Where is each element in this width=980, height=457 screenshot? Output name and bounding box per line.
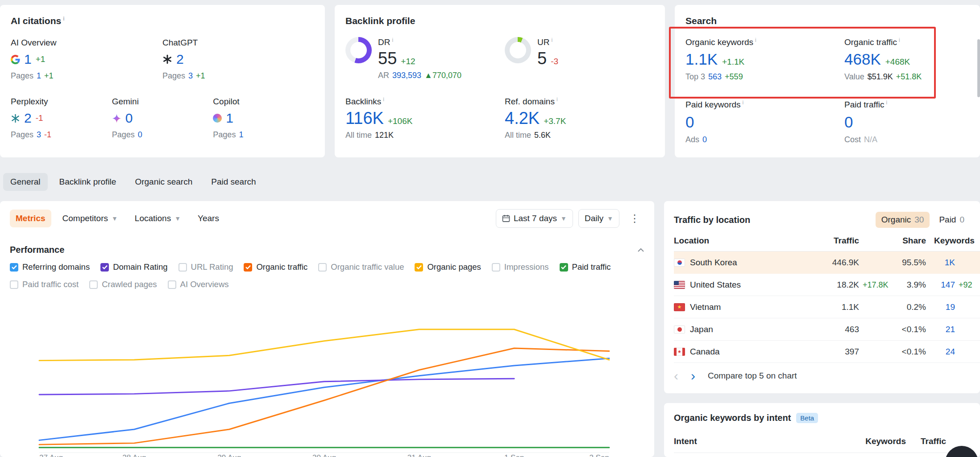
top3-link[interactable]: 563 bbox=[708, 72, 722, 82]
backlinks-value[interactable]: 116K bbox=[345, 109, 384, 128]
metric-checkbox-organic-pages[interactable]: Organic pages bbox=[415, 262, 481, 272]
keywords-link[interactable]: 24 bbox=[946, 347, 955, 356]
unchecked-checkbox-icon bbox=[89, 280, 98, 289]
next-page-button[interactable]: › bbox=[691, 371, 695, 380]
metric-checkbox-impressions[interactable]: Impressions bbox=[492, 262, 549, 272]
copilot-count[interactable]: 1 bbox=[226, 111, 233, 126]
metric-checkbox-domain-rating[interactable]: Domain Rating bbox=[100, 262, 167, 272]
metric-checkbox-organic-traffic-value[interactable]: Organic traffic value bbox=[318, 262, 404, 272]
pages-link[interactable]: 0 bbox=[138, 130, 142, 140]
x-axis-label: 30 Aug bbox=[312, 453, 336, 457]
paid-keywords-value[interactable]: 0 bbox=[685, 113, 694, 131]
date-range-dropdown[interactable]: Last 7 days▼ bbox=[496, 209, 573, 228]
info-icon: i bbox=[551, 37, 552, 43]
organic-keywords-block: Organic keywordsi 1.1K+1.1K Top 3563+559 bbox=[685, 37, 844, 82]
metric-label: URL Rating bbox=[191, 262, 233, 272]
scrollbar-thumb[interactable] bbox=[977, 39, 980, 97]
paid-toggle[interactable]: Paid0 bbox=[933, 212, 970, 228]
keywords-link[interactable]: 1K bbox=[945, 258, 955, 267]
traffic-cell: 1.1K bbox=[792, 302, 859, 312]
location-row[interactable]: United States 18.2K+17.8K 3.9% 147+92 bbox=[674, 274, 980, 296]
ur-value: 5 bbox=[537, 49, 547, 68]
chevron-down-icon: ▼ bbox=[174, 215, 181, 222]
traffic-cell: 463 bbox=[792, 325, 859, 334]
chevron-down-icon: ▼ bbox=[561, 215, 567, 222]
metrics-button[interactable]: Metrics bbox=[10, 210, 51, 227]
intent-table-header: Intent Keywords Traffic bbox=[674, 436, 970, 453]
unchecked-checkbox-icon bbox=[10, 280, 18, 289]
location-row[interactable]: Japan 463 <0.1% 21 bbox=[674, 318, 980, 341]
organic-toggle[interactable]: Organic30 bbox=[876, 212, 930, 228]
pages-link[interactable]: 1 bbox=[239, 130, 243, 140]
metric-checkbox-url-rating[interactable]: URL Rating bbox=[179, 262, 233, 272]
organic-traffic-value[interactable]: 468K bbox=[844, 50, 881, 68]
paid-traffic-value[interactable]: 0 bbox=[844, 113, 853, 131]
share-cell: 95.5% bbox=[859, 258, 926, 268]
tab-general[interactable]: General bbox=[3, 173, 48, 191]
metric-checkbox-paid-traffic-cost[interactable]: Paid traffic cost bbox=[10, 280, 79, 289]
ads-link[interactable]: 0 bbox=[702, 135, 707, 144]
info-icon: i bbox=[556, 96, 558, 103]
more-options-button[interactable]: ⋮ bbox=[625, 210, 644, 226]
ref-domains-value[interactable]: 4.2K bbox=[505, 109, 540, 128]
keywords-link[interactable]: 147 bbox=[941, 280, 955, 289]
location-row[interactable]: Canada 397 <0.1% 24 bbox=[674, 341, 980, 363]
granularity-dropdown[interactable]: Daily▼ bbox=[578, 209, 619, 228]
ai-overview-count[interactable]: 1 bbox=[24, 52, 32, 67]
metric-label: AI Overviews bbox=[180, 280, 229, 289]
ai-citation-chatgpt: ChatGPT 2 Pages3+1 bbox=[162, 38, 314, 81]
dr-value: 55 bbox=[378, 49, 397, 68]
info-icon: i bbox=[63, 16, 64, 22]
perplexity-icon bbox=[11, 114, 20, 123]
tab-organic-search[interactable]: Organic search bbox=[128, 173, 199, 191]
checked-checkbox-icon bbox=[10, 263, 18, 272]
organic-keywords-value[interactable]: 1.1K bbox=[685, 50, 718, 68]
perplexity-count[interactable]: 2 bbox=[24, 111, 32, 126]
compare-top5-link[interactable]: Compare top 5 on chart bbox=[708, 371, 797, 381]
locations-dropdown[interactable]: Locations▼ bbox=[129, 210, 187, 227]
tab-backlink-profile[interactable]: Backlink profile bbox=[52, 173, 124, 191]
backlink-profile-title: Backlink profile bbox=[345, 16, 654, 26]
location-name: United States bbox=[690, 280, 741, 290]
x-axis-label: 28 Aug bbox=[122, 453, 146, 457]
metric-checkbox-ai-overviews[interactable]: AI Overviews bbox=[168, 280, 229, 289]
pages-link[interactable]: 3 bbox=[188, 71, 193, 81]
keywords-cell: 21 bbox=[926, 325, 955, 334]
paid-traffic-block: Paid traffici 0 CostN/A bbox=[844, 99, 969, 144]
search-title: Search bbox=[685, 16, 969, 26]
pages-link[interactable]: 3 bbox=[37, 130, 41, 140]
chart-line-referring-domains bbox=[39, 358, 609, 441]
collapse-section-button[interactable] bbox=[637, 248, 644, 252]
search-card: Search Organic keywordsi 1.1K+1.1K Top 3… bbox=[675, 5, 980, 157]
share-cell: <0.1% bbox=[859, 325, 926, 334]
gemini-count[interactable]: 0 bbox=[125, 111, 133, 126]
metric-checkbox-crawled-pages[interactable]: Crawled pages bbox=[89, 280, 157, 289]
keywords-cell: 19 bbox=[926, 302, 955, 312]
years-button[interactable]: Years bbox=[192, 210, 225, 227]
metric-label: Organic traffic bbox=[256, 262, 307, 272]
competitors-dropdown[interactable]: Competitors▼ bbox=[57, 210, 124, 227]
metric-checkbox-organic-traffic[interactable]: Organic traffic bbox=[244, 262, 307, 272]
google-icon bbox=[11, 55, 20, 64]
metric-checkbox-paid-traffic[interactable]: Paid traffic bbox=[560, 262, 611, 272]
traffic-by-location-card: Traffic by location Organic30 Paid0 Loca… bbox=[664, 201, 980, 393]
tab-paid-search[interactable]: Paid search bbox=[204, 173, 263, 191]
pages-link[interactable]: 1 bbox=[37, 71, 41, 81]
location-row[interactable]: South Korea 446.9K 95.5% 1K bbox=[674, 251, 980, 274]
metric-label: Organic traffic value bbox=[331, 262, 404, 272]
country-flag-icon bbox=[674, 348, 685, 356]
prev-page-button[interactable]: ‹ bbox=[674, 371, 678, 380]
location-name: Japan bbox=[690, 325, 713, 334]
locations-table-header: Location Traffic Share Keywords bbox=[674, 231, 980, 251]
traffic-cell: 446.9K bbox=[792, 258, 859, 268]
chatgpt-count[interactable]: 2 bbox=[176, 52, 184, 67]
metric-label: Domain Rating bbox=[113, 262, 167, 272]
location-row[interactable]: Vietnam 1.1K 0.2% 19 bbox=[674, 296, 980, 318]
country-flag-icon bbox=[674, 303, 685, 311]
keywords-link[interactable]: 19 bbox=[946, 302, 955, 312]
keywords-cell: 24 bbox=[926, 347, 955, 357]
keywords-link[interactable]: 21 bbox=[946, 325, 955, 334]
metric-label: Referring domains bbox=[22, 262, 90, 272]
ar-link[interactable]: 393,593 bbox=[392, 71, 421, 80]
metric-checkbox-referring-domains[interactable]: Referring domains bbox=[10, 262, 90, 272]
